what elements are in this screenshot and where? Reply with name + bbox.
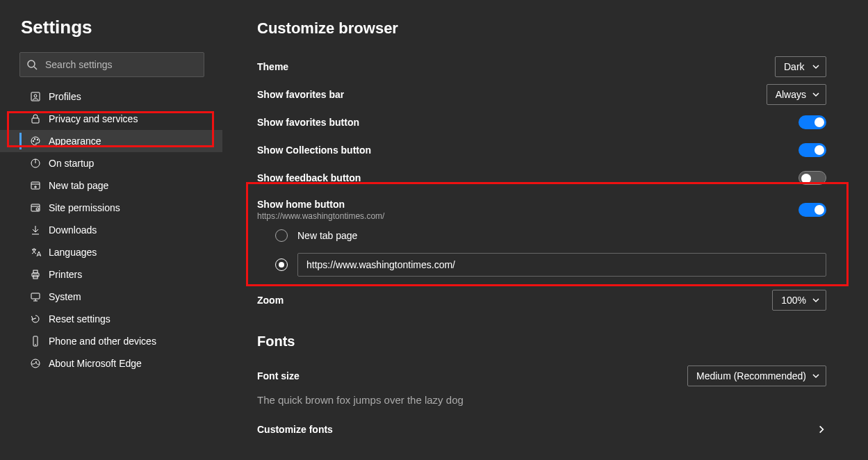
theme-value: Dark bbox=[784, 61, 805, 72]
home-url-input[interactable] bbox=[297, 253, 826, 277]
favorites-bar-label: Show favorites bar bbox=[257, 89, 344, 100]
theme-label: Theme bbox=[257, 61, 288, 72]
reset-icon bbox=[29, 313, 42, 325]
svg-rect-21 bbox=[33, 270, 38, 273]
collections-button-toggle[interactable] bbox=[799, 143, 826, 157]
sidebar-item-permissions[interactable]: Site permissions bbox=[0, 197, 222, 219]
sidebar-item-downloads[interactable]: Downloads bbox=[0, 219, 222, 241]
row-font-size: Font size Medium (Recommended) bbox=[257, 362, 826, 390]
home-button-label: Show home button bbox=[257, 199, 384, 210]
home-button-toggle[interactable] bbox=[799, 203, 826, 217]
settings-sidebar: Settings Profiles Privacy and services bbox=[0, 0, 222, 460]
svg-point-5 bbox=[33, 140, 34, 142]
sidebar-item-about[interactable]: About Microsoft Edge bbox=[0, 352, 222, 375]
favorites-button-label: Show favorites button bbox=[257, 117, 359, 128]
theme-select[interactable]: Dark bbox=[775, 56, 826, 77]
font-size-value: Medium (Recommended) bbox=[696, 370, 806, 381]
svg-rect-4 bbox=[32, 118, 39, 123]
chevron-down-icon bbox=[812, 372, 820, 380]
svg-point-7 bbox=[37, 139, 38, 140]
feedback-button-toggle[interactable] bbox=[799, 171, 826, 185]
section-title-fonts: Fonts bbox=[257, 334, 826, 350]
row-zoom: Zoom 100% bbox=[257, 286, 826, 314]
zoom-value: 100% bbox=[781, 295, 806, 306]
row-home-button: Show home button https://www.washingtont… bbox=[257, 196, 826, 282]
palette-icon bbox=[29, 135, 42, 147]
svg-line-1 bbox=[34, 67, 37, 69]
home-radio-newtab[interactable] bbox=[275, 229, 288, 242]
customize-fonts-label: Customize fonts bbox=[257, 424, 333, 435]
chevron-down-icon bbox=[812, 90, 820, 99]
sidebar-item-label: Site permissions bbox=[29, 202, 120, 213]
sidebar-item-printers[interactable]: Printers bbox=[0, 263, 222, 286]
font-sample-text: The quick brown fox jumps over the lazy … bbox=[257, 394, 826, 406]
font-size-label: Font size bbox=[257, 370, 300, 381]
edge-icon bbox=[29, 357, 42, 370]
sidebar-item-label: About Microsoft Edge bbox=[29, 358, 142, 369]
download-icon bbox=[29, 224, 42, 236]
chevron-right-icon bbox=[817, 425, 826, 434]
row-theme: Theme Dark bbox=[257, 53, 826, 81]
search-settings-input[interactable] bbox=[19, 52, 204, 77]
settings-title: Settings bbox=[0, 17, 222, 52]
search-settings-wrap bbox=[19, 52, 204, 77]
favorites-bar-select[interactable]: Always bbox=[767, 84, 826, 105]
home-radio-url-row bbox=[257, 247, 826, 282]
phone-icon bbox=[29, 335, 42, 347]
svg-rect-2 bbox=[31, 92, 40, 101]
sidebar-item-profiles[interactable]: Profiles bbox=[0, 85, 222, 108]
printer-icon bbox=[29, 268, 42, 281]
row-feedback-button: Show feedback button bbox=[257, 164, 826, 192]
home-radio-newtab-label: New tab page bbox=[297, 230, 357, 241]
lock-icon bbox=[29, 113, 42, 125]
profile-icon bbox=[29, 90, 42, 103]
sidebar-item-newtab[interactable]: New tab page bbox=[0, 174, 222, 197]
row-favorites-bar: Show favorites bar Always bbox=[257, 81, 826, 108]
search-icon bbox=[26, 59, 38, 70]
settings-content: Customize browser Theme Dark Show favori… bbox=[222, 0, 868, 460]
feedback-button-label: Show feedback button bbox=[257, 172, 361, 183]
svg-point-3 bbox=[34, 95, 37, 97]
power-icon bbox=[29, 157, 42, 170]
svg-rect-23 bbox=[31, 293, 40, 299]
home-radio-newtab-row: New tab page bbox=[257, 224, 826, 247]
sidebar-item-privacy[interactable]: Privacy and services bbox=[0, 108, 222, 130]
system-icon bbox=[29, 290, 42, 303]
font-size-select[interactable]: Medium (Recommended) bbox=[687, 365, 826, 386]
collections-button-label: Show Collections button bbox=[257, 145, 371, 156]
sidebar-item-system[interactable]: System bbox=[0, 286, 222, 308]
sidebar-item-appearance[interactable]: Appearance bbox=[0, 130, 222, 152]
permissions-icon bbox=[29, 202, 42, 214]
home-button-sub: https://www.washingtontimes.com/ bbox=[257, 211, 384, 221]
sidebar-item-languages[interactable]: Languages bbox=[0, 241, 222, 263]
chevron-down-icon bbox=[812, 63, 820, 71]
sidebar-item-startup[interactable]: On startup bbox=[0, 152, 222, 174]
row-favorites-button: Show favorites button bbox=[257, 108, 826, 136]
favorites-button-toggle[interactable] bbox=[799, 115, 826, 129]
favorites-bar-value: Always bbox=[776, 89, 806, 100]
customize-fonts-link[interactable]: Customize fonts bbox=[257, 424, 826, 435]
svg-point-0 bbox=[28, 60, 35, 67]
newtab-icon bbox=[29, 179, 42, 192]
svg-point-6 bbox=[34, 138, 35, 140]
sidebar-item-label: Phone and other devices bbox=[29, 336, 156, 347]
zoom-select[interactable]: 100% bbox=[772, 290, 826, 311]
language-icon bbox=[29, 246, 42, 258]
sidebar-item-phone[interactable]: Phone and other devices bbox=[0, 330, 222, 352]
zoom-label: Zoom bbox=[257, 295, 284, 306]
row-collections-button: Show Collections button bbox=[257, 136, 826, 164]
sidebar-item-label: Privacy and services bbox=[29, 113, 138, 124]
settings-nav: Profiles Privacy and services Appearance… bbox=[0, 85, 222, 375]
home-radio-url[interactable] bbox=[275, 258, 288, 271]
section-title-customize-browser: Customize browser bbox=[257, 19, 826, 38]
chevron-down-icon bbox=[812, 296, 820, 304]
sidebar-item-reset[interactable]: Reset settings bbox=[0, 308, 222, 330]
